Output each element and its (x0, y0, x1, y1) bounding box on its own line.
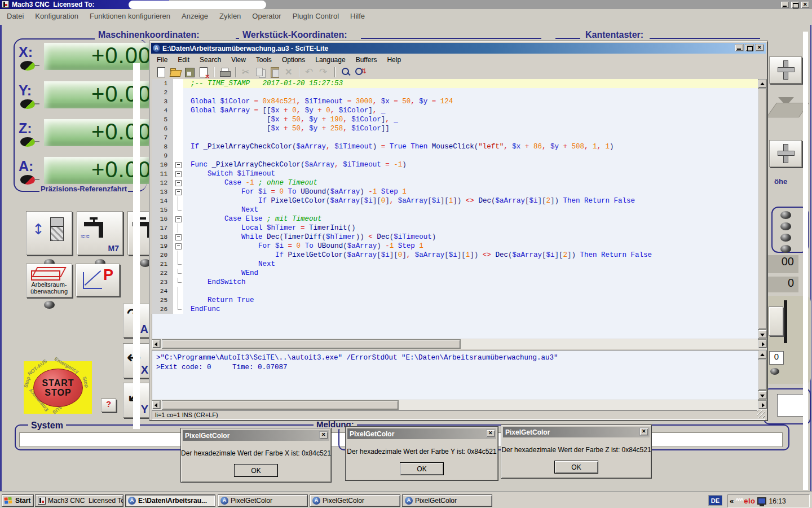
language-indicator[interactable]: DE (708, 495, 722, 506)
menu-item-search[interactable]: Search (195, 56, 226, 64)
ok-button[interactable]: OK (400, 462, 444, 475)
input-box[interactable] (777, 394, 806, 417)
mach3-minimize-button[interactable] (780, 1, 789, 8)
find-icon[interactable] (339, 66, 352, 78)
start-stop-button[interactable]: START STOP (33, 369, 83, 407)
edge-probe-button-1[interactable] (769, 56, 802, 84)
menu-item-funktionen-konfigurieren[interactable]: Funktionen konfigurieren (84, 12, 176, 20)
menu-item-operator[interactable]: Operator (246, 12, 286, 20)
scroll-down-button[interactable] (758, 330, 767, 339)
paste-icon[interactable] (268, 66, 281, 78)
menu-item-edit[interactable]: Edit (173, 56, 195, 64)
dialog-titlebar[interactable]: PixelGetColor (183, 430, 329, 441)
task-button-mach3-cnc-licensed-to[interactable]: Mach3 CNC Licensed To... (35, 494, 123, 507)
scroll-left-button[interactable] (152, 339, 161, 348)
scite-maximize-button[interactable] (745, 44, 754, 51)
green-led-icon (20, 61, 35, 71)
arbeitsraum-ueberwachung-button[interactable]: Arbeitsraum- überwachung (26, 264, 72, 297)
fold-collapse-icon[interactable] (173, 242, 183, 251)
scroll-up-button[interactable] (758, 79, 767, 88)
fold-collapse-icon[interactable] (173, 169, 183, 178)
editor-hscrollbar[interactable] (152, 339, 767, 349)
fold-collapse-icon[interactable] (173, 233, 183, 242)
save-icon[interactable] (183, 66, 196, 78)
output-hscrollbar[interactable] (152, 400, 767, 410)
hscroll-thumb[interactable] (162, 339, 461, 349)
menu-item-anzeige[interactable]: Anzeige (176, 12, 214, 20)
task-button-e-daten-arbeitsrau[interactable]: E:\Daten\Arbeitsrau... (125, 494, 215, 507)
fold-collapse-icon[interactable] (173, 187, 183, 196)
scroll-right-button[interactable] (758, 400, 767, 409)
menu-item-plugin-control[interactable]: PlugIn Control (287, 12, 345, 20)
dialog-titlebar[interactable]: PixelGetColor (503, 427, 650, 437)
ok-button[interactable]: OK (554, 461, 598, 474)
delete-icon[interactable] (283, 66, 295, 78)
code-line: 12 Case -1 ; ohne Timeout (152, 178, 758, 187)
code-line: 20 If PixelGetColor($aArray[$i][0], $aAr… (152, 251, 758, 260)
pixelgetcolor-dialog: PixelGetColorDer hexadezimale Wert der F… (501, 424, 652, 479)
fold-collapse-icon[interactable] (173, 160, 183, 169)
task-button-pixelgetcolor[interactable]: PixelGetColor (218, 494, 308, 507)
code-editor[interactable]: 1;-- TIME_STAMP 2017-01-20 15:27:5323Glo… (152, 79, 758, 339)
menu-item-buffers[interactable]: Buffers (351, 56, 382, 64)
start-button[interactable]: Start (2, 494, 34, 507)
menu-item-hilfe[interactable]: Hilfe (345, 12, 370, 20)
undo-icon[interactable] (304, 66, 316, 78)
mach3-close-button[interactable] (801, 1, 810, 8)
output-vscrollbar[interactable] (758, 350, 767, 400)
mach3-restore-button[interactable] (791, 1, 800, 8)
scite-titlebar[interactable]: E:\Daten\Arbeitsraumüberwachung.au3 - Sc… (151, 43, 766, 54)
scroll-left-button[interactable] (152, 400, 161, 409)
mach3-window-title: Mach3 CNC Licensed To: (12, 1, 94, 8)
menu-item-tools[interactable]: Tools (251, 56, 277, 64)
new-icon[interactable] (155, 66, 167, 78)
dialog-titlebar[interactable]: PixelGetColor (347, 428, 496, 439)
ok-button[interactable]: OK (234, 464, 278, 477)
slider-thumb[interactable] (769, 306, 783, 336)
tray-chevron-icon[interactable]: « (730, 497, 734, 505)
display-tray-icon[interactable] (757, 497, 766, 505)
axis-row-y: Y:+0.00 (0, 82, 169, 122)
task-button-pixelgetcolor[interactable]: PixelGetColor (402, 494, 492, 507)
menu-item-options[interactable]: Options (277, 56, 310, 64)
cut-icon[interactable] (240, 66, 253, 78)
editor-vscrollbar[interactable] (758, 79, 767, 339)
vscroll-thumb[interactable] (758, 88, 767, 330)
help-button[interactable]: ? (101, 398, 116, 412)
scroll-right-button[interactable] (758, 339, 767, 348)
task-button-pixelgetcolor[interactable]: PixelGetColor (310, 494, 400, 507)
menu-item-view[interactable]: View (226, 56, 251, 64)
coolant-m7-button[interactable]: ≈≈ M7 (77, 211, 123, 255)
tool-length-button[interactable]: ↕ (26, 211, 72, 255)
redo-icon[interactable] (318, 66, 330, 78)
code-text: If _PixelArrayCheckColor($aArray, $iTime… (183, 142, 758, 151)
scite-minimize-button[interactable] (735, 44, 744, 51)
menu-item-help[interactable]: Help (382, 56, 406, 64)
dialog-close-button[interactable] (639, 428, 648, 436)
copy-icon[interactable] (254, 66, 267, 78)
scroll-up-button[interactable] (758, 350, 767, 359)
fold-collapse-icon[interactable] (173, 214, 183, 224)
edge-probe-button-2[interactable] (769, 140, 802, 167)
scroll-down-button[interactable] (758, 391, 767, 400)
vscroll-thumb[interactable] (758, 359, 767, 391)
resize-grip[interactable] (757, 410, 765, 418)
code-text: For $i = 0 To UBound($aArray) -1 Step 1 (183, 242, 758, 251)
slider-track[interactable] (784, 300, 787, 343)
close-icon[interactable] (197, 66, 210, 78)
probe-p-button[interactable]: P (76, 264, 120, 296)
open-icon[interactable] (169, 66, 182, 78)
replace-icon[interactable] (354, 66, 366, 78)
menu-item-konfiguration[interactable]: Konfiguration (29, 12, 84, 20)
menu-item-file[interactable]: File (152, 56, 173, 64)
print-icon[interactable] (219, 66, 231, 78)
menu-item-zyklen[interactable]: Zyklen (214, 12, 246, 20)
dialog-close-button[interactable] (486, 430, 495, 437)
output-pane[interactable]: >"C:\Programme\AutoIt3\SciTE\..\autoit3.… (152, 350, 758, 400)
menu-item-language[interactable]: Language (310, 56, 350, 64)
dialog-close-button[interactable] (319, 431, 328, 439)
hscroll-thumb[interactable] (162, 400, 399, 410)
menu-item-datei[interactable]: Datei (1, 12, 29, 20)
scite-close-button[interactable] (755, 44, 764, 51)
fold-collapse-icon[interactable] (173, 178, 183, 187)
